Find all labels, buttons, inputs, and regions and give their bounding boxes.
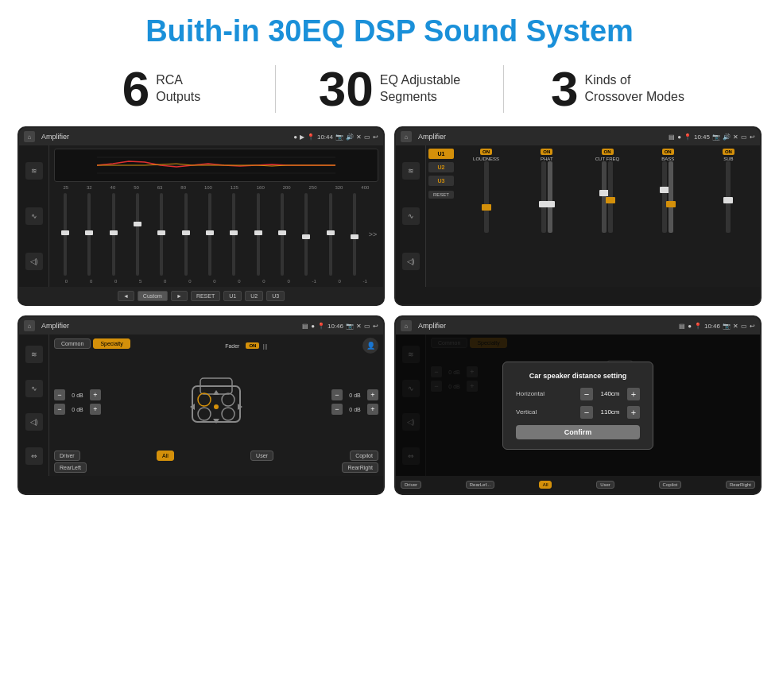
topbar-icons-eq: ● ▶ 📍 10:44 📷 🔊 ✕ ▭ ↩ xyxy=(293,133,378,141)
back-icon-fader[interactable]: ↩ xyxy=(373,323,378,330)
fader-control-row: Fader ON ||| xyxy=(225,342,268,350)
slider-track-phat2[interactable] xyxy=(548,161,552,233)
expand-icon[interactable]: >> xyxy=(367,191,378,277)
speaker-icon-amp[interactable]: ◁) xyxy=(402,253,420,270)
eq-icon-amp[interactable]: ≋ xyxy=(402,162,420,180)
wave-icon[interactable]: ∿ xyxy=(25,207,43,225)
eq-slider-3[interactable] xyxy=(103,191,125,277)
wave-icon-fader[interactable]: ∿ xyxy=(25,380,43,397)
fader-minus-2[interactable]: − xyxy=(54,404,65,415)
eq-slider-11[interactable] xyxy=(295,191,317,277)
eq-slider-1[interactable] xyxy=(54,191,76,277)
horizontal-plus-btn[interactable]: + xyxy=(627,388,640,400)
eq-slider-4[interactable] xyxy=(126,191,149,277)
svg-marker-11 xyxy=(213,390,219,395)
slider-track-bass[interactable] xyxy=(662,161,667,233)
vertical-minus-btn[interactable]: − xyxy=(580,406,593,419)
fader-minus-3[interactable]: − xyxy=(331,389,343,400)
eq-u3-btn[interactable]: U3 xyxy=(266,291,285,301)
zone-rearright[interactable]: RearRight xyxy=(342,462,378,473)
dialog-row-vertical: Vertical − 110cm + xyxy=(516,406,640,419)
dlg-zone-all[interactable]: All xyxy=(539,481,552,489)
zone-copilot[interactable]: Copilot xyxy=(350,451,378,461)
home-icon[interactable]: ⌂ xyxy=(24,131,35,142)
tab-specialty[interactable]: Specialty xyxy=(93,338,130,349)
dialog-label-horizontal: Horizontal xyxy=(516,390,556,397)
fader-person-icon[interactable]: 👤 xyxy=(362,338,378,354)
eq-u1-btn[interactable]: U1 xyxy=(223,291,242,301)
zone-all[interactable]: All xyxy=(157,451,174,461)
dlg-zone-rearright[interactable]: RearRight xyxy=(726,481,755,489)
eq-reset-btn[interactable]: RESET xyxy=(191,291,220,301)
preset-u3[interactable]: U3 xyxy=(428,176,454,186)
fader-minus-4[interactable]: − xyxy=(331,404,343,415)
home-icon-fader[interactable]: ⌂ xyxy=(24,320,35,331)
confirm-button[interactable]: Confirm xyxy=(516,425,640,439)
slider-track-sub[interactable] xyxy=(726,161,731,233)
zone-user[interactable]: User xyxy=(250,451,273,461)
eq-next-btn[interactable]: ► xyxy=(171,291,188,301)
stat-crossover: 3 Kinds ofCrossover Modes xyxy=(504,64,731,114)
vol-icon-fader: ✕ xyxy=(356,323,362,330)
fader-plus-3[interactable]: + xyxy=(367,389,378,400)
vertical-value: 110cm xyxy=(596,408,624,416)
speaker-icon[interactable]: ◁) xyxy=(25,253,43,270)
eq-custom-btn[interactable]: Custom xyxy=(138,291,168,301)
fader-plus-2[interactable]: + xyxy=(90,404,101,415)
eq-u2-btn[interactable]: U2 xyxy=(245,291,263,301)
fader-header-row: Common Specialty Fader ON ||| 👤 xyxy=(54,338,378,354)
horizontal-minus-btn[interactable]: − xyxy=(580,388,593,400)
wave-icon-amp[interactable]: ∿ xyxy=(402,207,420,225)
x-icon: ✕ xyxy=(356,133,362,141)
eq-slider-13[interactable] xyxy=(343,191,366,277)
zone-driver[interactable]: Driver xyxy=(54,451,80,461)
eq-value-labels: 00 05 00 00 00 -10 -1 xyxy=(54,279,378,284)
fader-plus-4[interactable]: + xyxy=(367,404,378,415)
svg-point-10 xyxy=(214,404,219,409)
back-icon-amp[interactable]: ↩ xyxy=(750,133,755,141)
fader-plus-1[interactable]: + xyxy=(90,389,101,400)
fader-minus-1[interactable]: − xyxy=(54,389,65,400)
slider-track-cutfreq2[interactable] xyxy=(608,161,613,233)
eq-slider-5[interactable] xyxy=(150,191,172,277)
preset-u1[interactable]: U1 xyxy=(428,149,454,159)
svg-point-6 xyxy=(198,393,211,406)
camera-icon-amp: 📷 xyxy=(712,133,720,141)
eq-prev-btn[interactable]: ◄ xyxy=(118,291,134,301)
eq-slider-6[interactable] xyxy=(175,191,197,277)
eq-slider-9[interactable] xyxy=(247,191,269,277)
eq-slider-10[interactable] xyxy=(271,191,293,277)
expand-icon-fader[interactable]: ⇔ xyxy=(25,447,43,465)
eq-slider-8[interactable] xyxy=(223,191,245,277)
eq-slider-7[interactable] xyxy=(199,191,221,277)
topbar-icons-dialog: ▤ ● 📍 10:46 📷 ✕ ▭ ↩ xyxy=(679,323,755,330)
topbar-title-eq: Amplifier xyxy=(41,133,290,141)
tab-common[interactable]: Common xyxy=(54,338,91,349)
ch-slider-sub xyxy=(726,161,731,284)
home-icon-amp[interactable]: ⌂ xyxy=(401,131,412,142)
dlg-zone-driver[interactable]: Driver xyxy=(401,481,421,489)
slider-track-bass2[interactable] xyxy=(669,161,673,233)
amp-reset[interactable]: RESET xyxy=(428,191,454,199)
on-badge-loudness: ON xyxy=(480,149,492,155)
home-icon-dialog[interactable]: ⌂ xyxy=(401,320,412,331)
min-icon-amp: ▭ xyxy=(741,133,747,141)
slider-track-phat[interactable] xyxy=(541,161,546,233)
preset-u2[interactable]: U2 xyxy=(428,162,454,172)
cam-icon-dialog: 📷 xyxy=(723,323,731,330)
eq-icon[interactable]: ≋ xyxy=(25,162,43,180)
speaker-icon-fader[interactable]: ◁) xyxy=(25,413,43,431)
eq-slider-2[interactable] xyxy=(78,191,100,277)
eq-slider-12[interactable] xyxy=(319,191,341,277)
eq-icon-fader[interactable]: ≋ xyxy=(25,346,43,363)
dlg-zone-rearleft[interactable]: RearLef... xyxy=(466,481,494,489)
vertical-plus-btn[interactable]: + xyxy=(627,406,640,419)
back-icon-dialog[interactable]: ↩ xyxy=(750,323,755,330)
slider-track-loudness[interactable] xyxy=(484,161,489,233)
dlg-zone-user[interactable]: User xyxy=(596,481,614,489)
dialog-bottom-bar: Driver RearLef... All User Copilot RearR… xyxy=(396,476,760,493)
dlg-zone-copilot[interactable]: Copilot xyxy=(659,481,682,489)
channel-cutfreq: ON CUT FREQ xyxy=(578,149,636,284)
zone-rearleft[interactable]: RearLeft xyxy=(54,462,87,473)
back-icon-eq[interactable]: ↩ xyxy=(373,133,378,141)
